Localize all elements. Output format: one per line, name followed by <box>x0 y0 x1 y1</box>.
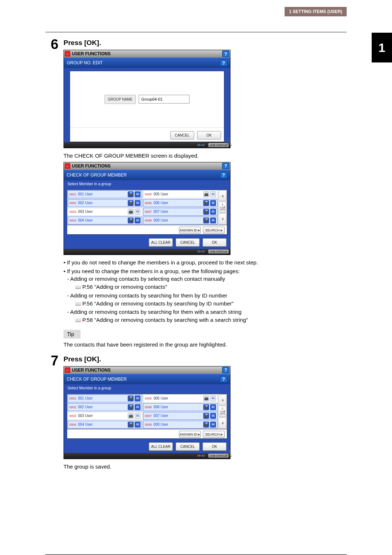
scroll-down-button[interactable]: ∨ <box>219 213 226 224</box>
sub-item: Adding or removing contacts by searching… <box>72 308 347 324</box>
member-entry[interactable]: 0002002 User📠✉ <box>68 403 142 411</box>
mail-icon[interactable]: ✉ <box>210 218 216 223</box>
cancel-button[interactable]: CANCEL <box>176 238 200 247</box>
cancel-button[interactable]: CANCEL <box>176 442 200 451</box>
ui-titlebar: ⌂ USER FUNCTIONS ? <box>64 366 230 374</box>
all-clear-button[interactable]: ALL CLEAR <box>149 238 173 247</box>
member-columns: 0001001 User📠✉0005005 User📠✉0002002 User… <box>67 394 218 429</box>
fax-icon[interactable]: 📠 <box>203 422 209 428</box>
help-icon[interactable]: ? <box>222 50 229 57</box>
fax-icon[interactable]: 📠 <box>128 209 134 215</box>
search-button[interactable]: SEARCH ▸ <box>203 431 225 438</box>
bullet-item: If you need to change the members in a g… <box>64 267 347 324</box>
fax-icon[interactable]: 📠 <box>203 413 209 419</box>
window-title: USER FUNCTIONS <box>72 51 111 56</box>
mail-icon[interactable]: ✉ <box>135 404 140 410</box>
fax-icon[interactable]: 📠 <box>203 200 209 206</box>
mail-icon[interactable]: ✉ <box>210 404 216 410</box>
member-index: 0003 <box>69 210 76 214</box>
member-entry[interactable]: 0005005 User📠✉ <box>143 394 218 402</box>
mail-icon[interactable]: ✉ <box>135 396 140 401</box>
help-icon[interactable]: ? <box>222 163 229 169</box>
mail-icon[interactable]: ✉ <box>210 413 216 419</box>
member-entry[interactable]: 0004004 User📠✉ <box>68 216 142 224</box>
mail-icon[interactable]: ✉ <box>135 209 140 215</box>
member-name: 007 User <box>154 414 202 418</box>
job-status-button[interactable]: JOB STATUS <box>208 250 229 254</box>
fax-icon[interactable]: 📠 <box>128 396 134 401</box>
group-name-button[interactable]: GROUP NAME <box>105 95 136 104</box>
member-entry[interactable]: 0008008 User📠✉ <box>143 216 218 224</box>
member-name: 006 User <box>154 405 202 409</box>
member-name: 002 User <box>78 405 127 409</box>
member-entry[interactable]: 0003003 User📠✉ <box>68 412 142 420</box>
member-entry[interactable]: 0004004 User📠✉ <box>68 421 142 429</box>
member-entry[interactable]: 0006006 User📠✉ <box>143 199 218 207</box>
member-name: 002 User <box>78 201 127 205</box>
member-entry[interactable]: 0001001 User📠✉ <box>68 190 142 198</box>
mail-icon[interactable]: ✉ <box>210 200 216 206</box>
member-name: 001 User <box>78 396 127 400</box>
mail-icon[interactable]: ✉ <box>135 200 140 206</box>
mail-icon[interactable]: ✉ <box>135 413 140 419</box>
panel-help-icon[interactable]: ? <box>220 376 227 382</box>
cancel-button[interactable]: CANCEL <box>170 131 194 139</box>
member-index: 0006 <box>145 405 152 409</box>
mail-icon[interactable]: ✉ <box>135 191 140 197</box>
fax-icon[interactable]: 📠 <box>203 404 209 410</box>
fax-icon[interactable]: 📠 <box>128 191 134 197</box>
step6-caption: The CHECK OF GROUP MEMBER screen is disp… <box>64 152 347 160</box>
instruction-text: Select Member in a group <box>64 384 230 394</box>
mail-icon[interactable]: ✉ <box>210 422 216 428</box>
all-clear-button[interactable]: ALL CLEAR <box>149 442 173 451</box>
fax-icon[interactable]: 📠 <box>128 200 134 206</box>
mail-icon[interactable]: ✉ <box>135 218 140 223</box>
member-index: 0008 <box>145 423 152 426</box>
tip-text: The contacts that have been registered i… <box>64 341 347 349</box>
member-index: 0003 <box>69 414 76 418</box>
member-entry[interactable]: 0003003 User📠✉ <box>68 208 142 216</box>
member-index: 0004 <box>69 219 76 222</box>
member-index: 0006 <box>145 201 152 205</box>
known-id-button[interactable]: KNOWN ID ▸ <box>179 227 201 234</box>
member-entry[interactable]: 0001001 User📠✉ <box>68 394 142 402</box>
mail-icon[interactable]: ✉ <box>210 396 216 401</box>
fax-icon[interactable]: 📠 <box>128 404 134 410</box>
scroll-down-button[interactable]: ∨ <box>219 417 226 429</box>
member-entry[interactable]: 0008008 User📠✉ <box>143 421 218 429</box>
ok-button[interactable]: OK <box>197 131 221 139</box>
member-entry[interactable]: 0007007 User📠✉ <box>143 412 218 420</box>
ok-button[interactable]: OK <box>203 442 226 451</box>
ok-button[interactable]: OK <box>203 238 226 247</box>
job-status-button[interactable]: JOB STATUS <box>208 454 229 458</box>
status-bar: 09:42 JOB STATUS <box>64 453 230 459</box>
scroll-up-button[interactable]: ∧ <box>219 190 226 202</box>
known-id-button[interactable]: KNOWN ID ▸ <box>179 431 201 438</box>
member-index: 0002 <box>69 201 76 205</box>
search-button[interactable]: SEARCH ▸ <box>203 227 225 234</box>
fax-icon[interactable]: 📠 <box>128 413 134 419</box>
help-icon[interactable]: ? <box>222 367 229 373</box>
fax-icon[interactable]: 📠 <box>128 218 134 223</box>
job-status-button[interactable]: JOB STATUS <box>208 143 229 147</box>
mail-icon[interactable]: ✉ <box>210 191 216 197</box>
member-entry[interactable]: 0005005 User📠✉ <box>143 190 218 198</box>
panel-title-bar: CHECK OF GROUP MEMBER ? <box>64 170 230 180</box>
panel-help-icon[interactable]: ? <box>220 172 227 178</box>
fax-icon[interactable]: 📠 <box>203 396 209 401</box>
member-entry[interactable]: 0007007 User📠✉ <box>143 208 218 216</box>
fax-icon[interactable]: 📠 <box>203 218 209 223</box>
member-list: 0001001 User📠✉0005005 User📠✉0002002 User… <box>67 394 227 429</box>
mail-icon[interactable]: ✉ <box>210 209 216 215</box>
scroll-up-button[interactable]: ∧ <box>219 394 226 406</box>
logo-icon: ⌂ <box>65 367 70 373</box>
logo-icon: ⌂ <box>65 163 70 169</box>
fax-icon[interactable]: 📠 <box>128 422 134 428</box>
fax-icon[interactable]: 📠 <box>203 209 209 215</box>
member-entry[interactable]: 0002002 User📠✉ <box>68 199 142 207</box>
group-name-field[interactable]: Group04-01 <box>139 95 189 104</box>
fax-icon[interactable]: 📠 <box>203 191 209 197</box>
member-entry[interactable]: 0006006 User📠✉ <box>143 403 218 411</box>
panel-help-icon[interactable]: ? <box>220 60 227 66</box>
mail-icon[interactable]: ✉ <box>135 422 140 428</box>
